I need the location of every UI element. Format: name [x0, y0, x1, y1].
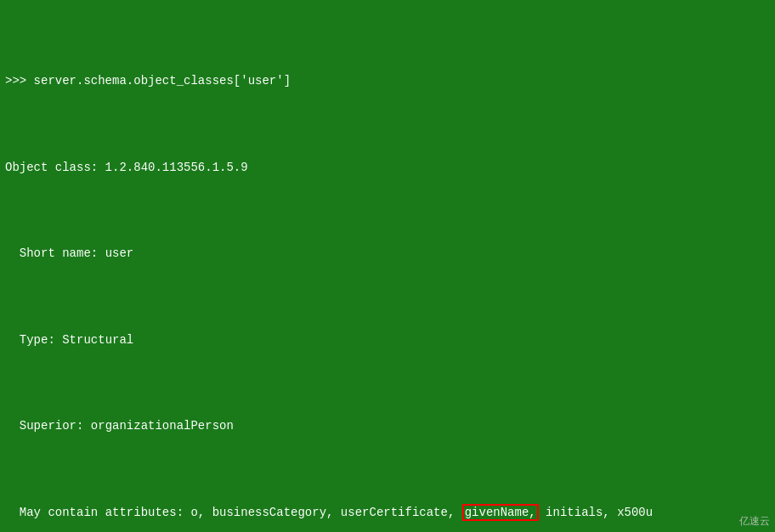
terminal-content: >>> server.schema.object_classes['user']… [5, 3, 770, 532]
prompt-line: >>> server.schema.object_classes['user'] [5, 72, 770, 89]
prompt-symbol: >>> server.schema.object_classes['user'] [5, 74, 291, 88]
superior-line: Superior: organizationalPerson [5, 417, 770, 434]
terminal-window: >>> server.schema.object_classes['user']… [0, 0, 775, 532]
type-line: Type: Structural [5, 331, 770, 348]
given-name-highlight: givenName, [462, 504, 539, 521]
object-class-line: Object class: 1.2.840.113556.1.5.9 [5, 159, 770, 176]
watermark: 亿速云 [739, 514, 770, 529]
short-name-line: Short name: user [5, 245, 770, 262]
attributes-line-1: May contain attributes: o, businessCateg… [5, 504, 770, 521]
